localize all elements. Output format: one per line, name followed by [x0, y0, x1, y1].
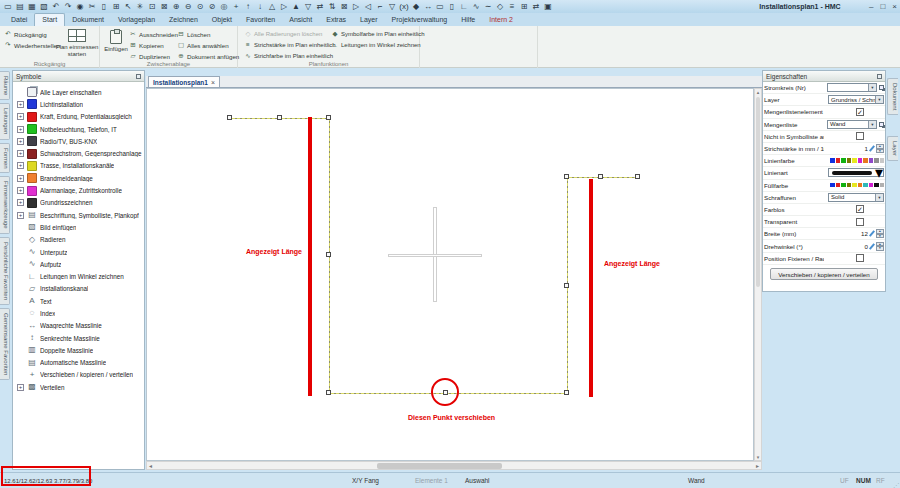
- chevron-down-icon[interactable]: ▾: [875, 96, 883, 103]
- dock-tab-formen[interactable]: Formen: [0, 143, 10, 174]
- select-all-button[interactable]: ▢Alles anwählen: [177, 41, 229, 49]
- expand-icon[interactable]: +: [17, 212, 24, 219]
- symbol-item-lichtinstallation[interactable]: +Lichtinstallation: [13, 98, 144, 110]
- color-swatch[interactable]: [880, 183, 885, 188]
- new-file-icon[interactable]: ▭: [2, 0, 14, 13]
- document-tab[interactable]: Installationsplan1 ×: [148, 76, 220, 87]
- color-swatch[interactable]: [869, 158, 874, 163]
- color-swatch[interactable]: [830, 183, 835, 188]
- delete-button[interactable]: ⊟Löschen: [177, 30, 210, 38]
- dock-tab-persönliche-favoriten[interactable]: Persönliche Favoriten: [0, 237, 10, 305]
- pencil-icon[interactable]: [869, 243, 875, 250]
- stamp-icon[interactable]: ⊡: [146, 0, 158, 13]
- symbol-item-leitungen-im-winkel-zeichnen[interactable]: ∟Leitungen im Winkel zeichnen: [13, 270, 144, 282]
- draw-angle-button[interactable]: ∟Leitungen im Winkel zeichnen: [331, 41, 421, 48]
- close-button[interactable]: ×: [892, 0, 897, 13]
- menu-tab-datei[interactable]: Datei: [4, 13, 34, 26]
- selection-handle[interactable]: [326, 252, 331, 257]
- color-swatch[interactable]: [863, 158, 868, 163]
- play-icon[interactable]: ▷: [350, 0, 362, 13]
- zoom-out-icon[interactable]: ⊖: [182, 0, 194, 13]
- color-swatch[interactable]: [858, 158, 863, 163]
- lock-icon[interactable]: ⊠: [158, 0, 170, 13]
- close-tab-icon[interactable]: ×: [211, 79, 215, 86]
- symbol-item-radio-tv-bus-knx[interactable]: +Radio/TV, BUS-KNX: [13, 135, 144, 147]
- menu-tab-hilfe[interactable]: Hilfe: [454, 13, 482, 26]
- dropdown-stromkreis-nr[interactable]: ▾: [827, 83, 877, 92]
- zoom-all-icon[interactable]: ◎: [218, 0, 230, 13]
- pan-icon[interactable]: +: [230, 0, 242, 13]
- undo-icon[interactable]: ↶: [50, 0, 62, 13]
- symbol-item-beschriftung-symbolliste-plankopf[interactable]: +▤Beschriftung, Symbolliste, Plankopf: [13, 209, 144, 221]
- formula-icon[interactable]: (x): [398, 0, 410, 13]
- menu-tab-projektverwaltung[interactable]: Projektverwaltung: [385, 13, 455, 26]
- symbol-item-installationskanal[interactable]: ▱Installationskanal: [13, 283, 144, 295]
- dock-tab-gemeinsame-favoriten[interactable]: Gemeinsame Favoriten: [0, 308, 10, 380]
- pick-icon[interactable]: [879, 122, 884, 127]
- copy-button[interactable]: ⊞Kopieren: [129, 41, 164, 49]
- symbol-item-senkrechte-masslinie[interactable]: ↕Senkrechte Masslinie: [13, 332, 144, 344]
- rectangle-dashed-icon[interactable]: ▯: [446, 0, 458, 13]
- cut-icon[interactable]: ✂: [86, 0, 98, 13]
- checkbox-nicht-in-symbolliste-au[interactable]: [856, 132, 864, 140]
- selection-handle[interactable]: [564, 174, 569, 179]
- chevron-down-icon[interactable]: ▾: [875, 194, 883, 201]
- color-swatch[interactable]: [852, 158, 857, 163]
- expand-icon[interactable]: +: [17, 150, 24, 157]
- document-settings-icon[interactable]: ▣: [542, 0, 554, 13]
- color-swatch[interactable]: [869, 183, 874, 188]
- mirror-vertical-icon[interactable]: ⇅: [326, 0, 338, 13]
- plan-measure-button[interactable]: Plan einmessenstarten: [55, 29, 99, 57]
- move-down-icon[interactable]: ↓: [254, 0, 266, 13]
- dock-tab-räume[interactable]: Räume: [0, 71, 10, 100]
- move-copy-distribute-button[interactable]: Verschieben / kopieren / verteilen: [770, 268, 878, 280]
- expand-icon[interactable]: +: [17, 138, 24, 145]
- number-value[interactable]: 1: [865, 145, 868, 152]
- horizontal-scroll-thumb[interactable]: [377, 463, 502, 469]
- chevron-down-icon[interactable]: ▾: [868, 121, 876, 128]
- selection-handle[interactable]: [564, 390, 569, 395]
- attach-document-button[interactable]: ⊕Dokument anfügen: [177, 52, 239, 60]
- selection-handle[interactable]: [326, 390, 331, 395]
- wave-icon[interactable]: ∼: [482, 0, 494, 13]
- undo-button[interactable]: ↶Rückgängig: [4, 30, 47, 38]
- stroke-color-uniform-button[interactable]: ∿Strichfarbe im Plan einheitlich: [244, 52, 333, 60]
- color-swatch[interactable]: [830, 158, 835, 163]
- select-region-icon[interactable]: ⊠: [338, 0, 350, 13]
- dropdown-layer[interactable]: Grundriss / Schnitt▾: [828, 95, 884, 104]
- scroll-left-icon[interactable]: ◂: [149, 462, 152, 470]
- resize-grip-icon[interactable]: ⋰: [893, 481, 899, 488]
- scroll-right-icon[interactable]: ▸: [756, 462, 759, 470]
- menu-tab-ansicht[interactable]: Ansicht: [282, 13, 319, 26]
- vertical-scroll-thumb[interactable]: [756, 97, 760, 287]
- dock-tab-leitungen[interactable]: Leitungen: [0, 103, 10, 139]
- curve-icon[interactable]: ∿: [470, 0, 482, 13]
- color-swatch[interactable]: [836, 183, 841, 188]
- menu-tab-intern-2[interactable]: Intern 2: [482, 13, 520, 26]
- symbol-item-index[interactable]: ◌Index: [13, 307, 144, 319]
- symbol-item-bild-einfügen[interactable]: ▧Bild einfügen: [13, 221, 144, 233]
- symbol-item-verschieben-kopieren-verteilen[interactable]: +Verschieben / kopieren / verteilen: [13, 369, 144, 381]
- color-swatch[interactable]: [836, 158, 841, 163]
- menu-tab-layer[interactable]: Layer: [353, 13, 385, 26]
- dimension-icon[interactable]: ↔: [422, 0, 434, 13]
- color-swatch[interactable]: [874, 183, 879, 188]
- dock-tab-layer[interactable]: Layer: [887, 136, 898, 161]
- expand-icon[interactable]: +: [17, 175, 24, 182]
- anchor-icon[interactable]: ◆: [410, 0, 422, 13]
- redo-button[interactable]: ↷Wiederherstellen: [4, 41, 60, 49]
- pencil-icon[interactable]: [869, 145, 875, 152]
- color-swatch[interactable]: [852, 183, 857, 188]
- corner-icon[interactable]: ∟: [458, 0, 470, 13]
- flag-icon[interactable]: ▷: [278, 0, 290, 13]
- restore-button[interactable]: □: [880, 0, 885, 13]
- color-swatch[interactable]: [874, 158, 879, 163]
- back-icon[interactable]: ◁: [362, 0, 374, 13]
- pencil-icon[interactable]: [869, 231, 875, 238]
- color-swatch[interactable]: [841, 158, 846, 163]
- erase-all-button[interactable]: ◇Alle Radierungen löschen: [244, 30, 322, 38]
- dock-tab-firmenwerkzeuge[interactable]: Firmenwerkzeuge: [0, 176, 10, 234]
- spin-down-icon[interactable]: ▾: [876, 234, 884, 239]
- symbol-item-kraft-erdung-potentialausgleich[interactable]: +Kraft, Erdung, Potentialausgleich: [13, 111, 144, 123]
- copy-icon[interactable]: ⊞: [110, 0, 122, 13]
